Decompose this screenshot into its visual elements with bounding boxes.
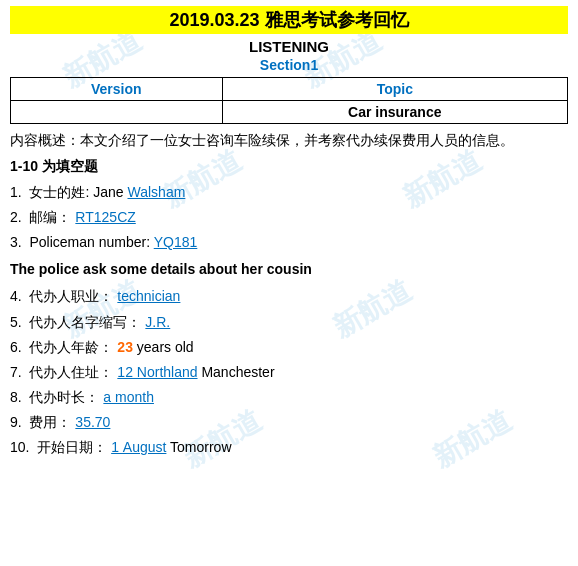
section-table: Version Topic Car insurance (10, 77, 568, 124)
question-list: 1. 女士的姓: Jane Walsham 2. 邮编： RT125CZ 3. … (10, 180, 568, 461)
q10-prefix: 开始日期： (37, 439, 107, 455)
q10-suffix: Tomorrow (170, 439, 231, 455)
qa-item-2: 2. 邮编： RT125CZ (10, 205, 568, 230)
qa-item-10: 10. 开始日期： 1 August Tomorrow (10, 435, 568, 460)
q10-answer: 1 August (111, 439, 166, 455)
q8-answer: a month (103, 389, 154, 405)
qa-item-4: 4. 代办人职业： technician (10, 284, 568, 309)
qa-item-8: 8. 代办时长： a month (10, 385, 568, 410)
qa-item-9: 9. 费用： 35.70 (10, 410, 568, 435)
q4-answer: technician (117, 288, 180, 304)
q7-suffix: Manchester (201, 364, 274, 380)
qa-item-1: 1. 女士的姓: Jane Walsham (10, 180, 568, 205)
q2-num: 2. (10, 209, 26, 225)
table-version-header: Version (11, 78, 223, 101)
q5-prefix: 代办人名字缩写： (29, 314, 141, 330)
q6-suffix: years old (137, 339, 194, 355)
q7-answer: 12 Northland (117, 364, 197, 380)
q7-prefix: 代办人住址： (29, 364, 113, 380)
q1-answer: Walsham (128, 184, 186, 200)
q5-answer: J.R. (145, 314, 170, 330)
q6-prefix: 代办人年龄： (29, 339, 113, 355)
q8-prefix: 代办时长： (29, 389, 99, 405)
q7-num: 7. (10, 364, 26, 380)
q9-answer: 35.70 (75, 414, 110, 430)
table-topic-value: Car insurance (222, 101, 567, 124)
qa-item-6: 6. 代办人年龄： 23 years old (10, 335, 568, 360)
special-note: The police ask some details about her co… (10, 257, 568, 282)
q1-num: 1. (10, 184, 26, 200)
q2-prefix: 邮编： (29, 209, 71, 225)
q3-num: 3. (10, 234, 26, 250)
q1-prefix: 女士的姓: Jane (29, 184, 127, 200)
section-title: LISTENING (10, 38, 568, 55)
q6-answer: 23 (117, 339, 133, 355)
q8-num: 8. (10, 389, 26, 405)
q4-prefix: 代办人职业： (29, 288, 113, 304)
q9-num: 9. (10, 414, 26, 430)
table-topic-header: Topic (222, 78, 567, 101)
qa-item-3: 3. Policeman number: YQ181 (10, 230, 568, 255)
q6-num: 6. (10, 339, 26, 355)
q3-prefix: Policeman number: (29, 234, 153, 250)
q2-answer: RT125CZ (75, 209, 135, 225)
table-version-value (11, 101, 223, 124)
section-sub: Section1 (10, 57, 568, 73)
description: 内容概述：本文介绍了一位女士咨询车险续保，并考察代办续保费用人员的信息。 (10, 130, 568, 152)
q3-answer: YQ181 (154, 234, 198, 250)
q5-num: 5. (10, 314, 26, 330)
range-label: 1-10 为填空题 (10, 158, 568, 176)
qa-item-5: 5. 代办人名字缩写： J.R. (10, 310, 568, 335)
q10-num: 10. (10, 439, 33, 455)
qa-item-7: 7. 代办人住址： 12 Northland Manchester (10, 360, 568, 385)
main-title: 2019.03.23 雅思考试参考回忆 (10, 6, 568, 34)
q9-prefix: 费用： (29, 414, 71, 430)
q4-num: 4. (10, 288, 26, 304)
